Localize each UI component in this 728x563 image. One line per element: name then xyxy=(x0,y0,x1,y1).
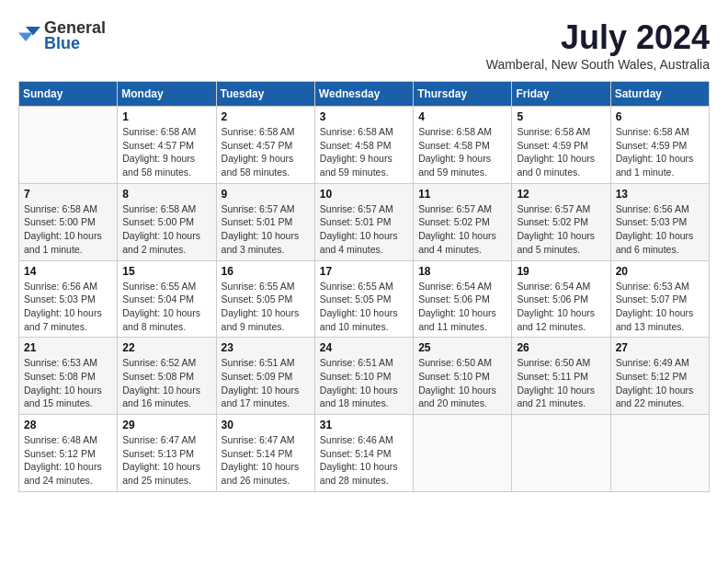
day-info: Sunrise: 6:47 AMSunset: 5:13 PMDaylight:… xyxy=(122,433,210,488)
day-number: 3 xyxy=(320,110,408,123)
day-number: 8 xyxy=(122,188,210,201)
day-number: 17 xyxy=(320,265,408,278)
calendar-cell: 7Sunrise: 6:58 AMSunset: 5:00 PMDaylight… xyxy=(19,183,118,260)
day-info: Sunrise: 6:55 AMSunset: 5:04 PMDaylight:… xyxy=(122,280,210,334)
calendar-cell: 2Sunrise: 6:58 AMSunset: 4:57 PMDaylight… xyxy=(216,107,314,184)
calendar-cell: 22Sunrise: 6:52 AMSunset: 5:08 PMDayligh… xyxy=(118,338,216,415)
calendar-cell: 24Sunrise: 6:51 AMSunset: 5:10 PMDayligh… xyxy=(314,338,413,415)
day-info: Sunrise: 6:57 AMSunset: 5:01 PMDaylight:… xyxy=(222,202,310,257)
calendar-cell: 18Sunrise: 6:54 AMSunset: 5:06 PMDayligh… xyxy=(414,260,512,338)
week-row-5: 28Sunrise: 6:48 AMSunset: 5:12 PMDayligh… xyxy=(19,415,710,492)
day-header-saturday: Saturday xyxy=(610,82,709,107)
calendar-cell: 13Sunrise: 6:56 AMSunset: 5:03 PMDayligh… xyxy=(610,183,709,260)
calendar-cell: 4Sunrise: 6:58 AMSunset: 4:58 PMDaylight… xyxy=(414,107,512,184)
day-number: 6 xyxy=(616,110,704,123)
day-info: Sunrise: 6:58 AMSunset: 5:00 PMDaylight:… xyxy=(122,202,210,257)
day-number: 24 xyxy=(320,341,408,354)
calendar-cell: 12Sunrise: 6:57 AMSunset: 5:02 PMDayligh… xyxy=(512,183,610,260)
day-info: Sunrise: 6:58 AMSunset: 4:58 PMDaylight:… xyxy=(320,125,408,179)
day-number: 26 xyxy=(517,341,605,354)
calendar-cell: 3Sunrise: 6:58 AMSunset: 4:58 PMDaylight… xyxy=(314,107,413,184)
calendar-cell xyxy=(512,415,610,492)
calendar-cell: 16Sunrise: 6:55 AMSunset: 5:05 PMDayligh… xyxy=(216,260,314,338)
day-header-tuesday: Tuesday xyxy=(216,82,314,107)
day-info: Sunrise: 6:55 AMSunset: 5:05 PMDaylight:… xyxy=(222,280,310,334)
calendar-cell xyxy=(610,415,709,492)
day-number: 11 xyxy=(418,188,506,201)
svg-marker-1 xyxy=(18,32,33,41)
day-info: Sunrise: 6:50 AMSunset: 5:10 PMDaylight:… xyxy=(418,356,506,410)
day-number: 5 xyxy=(517,110,605,123)
day-number: 4 xyxy=(418,110,506,123)
day-info: Sunrise: 6:57 AMSunset: 5:01 PMDaylight:… xyxy=(320,202,408,257)
day-number: 9 xyxy=(222,188,310,201)
day-number: 12 xyxy=(517,188,605,201)
day-number: 23 xyxy=(222,341,310,354)
day-info: Sunrise: 6:53 AMSunset: 5:08 PMDaylight:… xyxy=(24,356,112,410)
day-info: Sunrise: 6:58 AMSunset: 4:58 PMDaylight:… xyxy=(418,125,506,179)
month-title: July 2024 xyxy=(486,18,710,57)
day-info: Sunrise: 6:54 AMSunset: 5:06 PMDaylight:… xyxy=(418,280,506,334)
calendar-cell: 25Sunrise: 6:50 AMSunset: 5:10 PMDayligh… xyxy=(414,338,512,415)
day-header-thursday: Thursday xyxy=(414,82,512,107)
week-row-4: 21Sunrise: 6:53 AMSunset: 5:08 PMDayligh… xyxy=(19,338,710,415)
day-number: 2 xyxy=(222,110,310,123)
day-info: Sunrise: 6:56 AMSunset: 5:03 PMDaylight:… xyxy=(616,202,704,257)
calendar-cell: 31Sunrise: 6:46 AMSunset: 5:14 PMDayligh… xyxy=(314,415,413,492)
day-header-sunday: Sunday xyxy=(19,82,118,107)
day-info: Sunrise: 6:57 AMSunset: 5:02 PMDaylight:… xyxy=(517,202,605,257)
day-number: 19 xyxy=(517,265,605,278)
header: General Blue July 2024 Wamberal, New Sou… xyxy=(18,18,710,72)
calendar-cell: 6Sunrise: 6:58 AMSunset: 4:59 PMDaylight… xyxy=(610,107,709,184)
logo-icon xyxy=(18,27,40,45)
calendar-cell: 30Sunrise: 6:47 AMSunset: 5:14 PMDayligh… xyxy=(216,415,314,492)
day-info: Sunrise: 6:51 AMSunset: 5:09 PMDaylight:… xyxy=(222,356,310,410)
day-info: Sunrise: 6:47 AMSunset: 5:14 PMDaylight:… xyxy=(222,433,310,488)
day-number: 15 xyxy=(122,265,210,278)
title-section: July 2024 Wamberal, New South Wales, Aus… xyxy=(486,18,710,72)
day-number: 31 xyxy=(320,419,408,431)
day-number: 22 xyxy=(122,341,210,354)
location-title: Wamberal, New South Wales, Australia xyxy=(486,57,710,72)
logo-text: General Blue xyxy=(44,18,106,53)
day-number: 29 xyxy=(122,419,210,431)
calendar-table: SundayMondayTuesdayWednesdayThursdayFrid… xyxy=(18,81,710,492)
day-number: 25 xyxy=(418,341,506,354)
calendar-cell: 28Sunrise: 6:48 AMSunset: 5:12 PMDayligh… xyxy=(19,415,118,492)
calendar-cell: 23Sunrise: 6:51 AMSunset: 5:09 PMDayligh… xyxy=(216,338,314,415)
logo: General Blue xyxy=(18,18,106,53)
day-number: 10 xyxy=(320,188,408,201)
day-info: Sunrise: 6:58 AMSunset: 4:57 PMDaylight:… xyxy=(222,125,310,179)
day-header-wednesday: Wednesday xyxy=(314,82,413,107)
day-info: Sunrise: 6:50 AMSunset: 5:11 PMDaylight:… xyxy=(517,356,605,410)
day-info: Sunrise: 6:49 AMSunset: 5:12 PMDaylight:… xyxy=(616,356,704,410)
day-number: 30 xyxy=(222,419,310,431)
calendar-cell: 8Sunrise: 6:58 AMSunset: 5:00 PMDaylight… xyxy=(118,183,216,260)
day-number: 13 xyxy=(616,188,704,201)
day-number: 1 xyxy=(122,110,210,123)
day-header-friday: Friday xyxy=(512,82,610,107)
day-number: 28 xyxy=(24,419,112,431)
calendar-cell: 26Sunrise: 6:50 AMSunset: 5:11 PMDayligh… xyxy=(512,338,610,415)
day-number: 21 xyxy=(24,341,112,354)
day-header-monday: Monday xyxy=(118,82,216,107)
week-row-3: 14Sunrise: 6:56 AMSunset: 5:03 PMDayligh… xyxy=(19,260,710,338)
calendar-cell: 5Sunrise: 6:58 AMSunset: 4:59 PMDaylight… xyxy=(512,107,610,184)
calendar-cell: 20Sunrise: 6:53 AMSunset: 5:07 PMDayligh… xyxy=(610,260,709,338)
calendar-cell: 9Sunrise: 6:57 AMSunset: 5:01 PMDaylight… xyxy=(216,183,314,260)
calendar-cell: 15Sunrise: 6:55 AMSunset: 5:04 PMDayligh… xyxy=(118,260,216,338)
day-info: Sunrise: 6:48 AMSunset: 5:12 PMDaylight:… xyxy=(24,433,112,488)
day-number: 20 xyxy=(616,265,704,278)
day-info: Sunrise: 6:54 AMSunset: 5:06 PMDaylight:… xyxy=(517,280,605,334)
calendar-cell xyxy=(414,415,512,492)
day-number: 16 xyxy=(222,265,310,278)
day-info: Sunrise: 6:58 AMSunset: 4:57 PMDaylight:… xyxy=(122,125,210,179)
day-info: Sunrise: 6:58 AMSunset: 4:59 PMDaylight:… xyxy=(517,125,605,179)
calendar-cell: 21Sunrise: 6:53 AMSunset: 5:08 PMDayligh… xyxy=(19,338,118,415)
calendar-cell: 1Sunrise: 6:58 AMSunset: 4:57 PMDaylight… xyxy=(118,107,216,184)
day-number: 14 xyxy=(24,265,112,278)
day-number: 7 xyxy=(24,188,112,201)
day-info: Sunrise: 6:53 AMSunset: 5:07 PMDaylight:… xyxy=(616,280,704,334)
calendar-cell: 14Sunrise: 6:56 AMSunset: 5:03 PMDayligh… xyxy=(19,260,118,338)
day-info: Sunrise: 6:55 AMSunset: 5:05 PMDaylight:… xyxy=(320,280,408,334)
